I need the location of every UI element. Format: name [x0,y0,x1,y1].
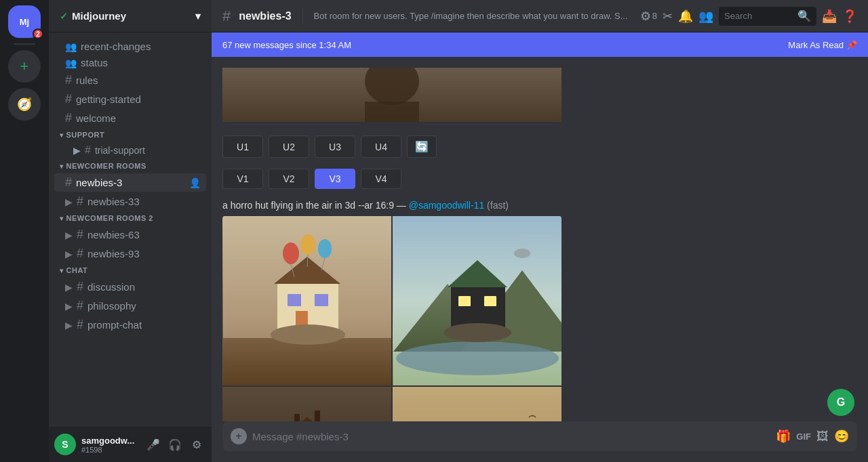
flying-hut-1 [223,216,391,385]
inbox-icon[interactable]: 📥 [822,9,837,24]
members-list-icon[interactable]: 👥 [698,9,713,24]
server-checkmark: ✓ [60,11,68,22]
group-icon: ▶ [65,230,73,240]
channel-name: status [81,57,108,68]
gift-icon[interactable]: 🎁 [776,429,791,444]
channel-item-status[interactable]: 👥 status [54,55,206,70]
server-header[interactable]: ✓ Midjourney ▾ [49,0,212,33]
bell-icon[interactable]: 🔔 [678,9,693,24]
explore-button[interactable]: 🧭 [8,88,41,121]
channel-item-prompt-chat[interactable]: ▶ # prompt-chat [54,316,206,334]
channel-item-newbies-93[interactable]: ▶ # newbies-93 [54,245,206,263]
channel-item-philosophy[interactable]: ▶ # philosophy [54,297,206,315]
hash-icon: # [77,318,83,332]
channel-item-rules[interactable]: # rules [54,71,206,89]
search-icon: 🔍 [797,9,811,22]
partial-top-image [222,68,857,125]
help-icon[interactable]: ❓ [842,9,857,24]
mark-as-read-button[interactable]: Mark As Read 📌 [788,40,857,50]
channel-header: # newbies-3 Bot room for new users. Type… [212,0,868,33]
category-newcomer-rooms[interactable]: ▾ NEWCOMER ROOMS [49,159,212,173]
midjourney-server-icon[interactable]: Mj 2 [8,5,41,38]
category-label: NEWCOMER ROOMS [66,162,146,170]
flying-hut-4 [393,387,561,421]
u3-button-1[interactable]: U3 [315,135,355,158]
add-file-button[interactable]: + [231,428,247,444]
channel-name: newbies-3 [76,177,122,188]
category-newcomer-rooms-2[interactable]: ▾ NEWCOMER ROOMS 2 [49,211,212,225]
message-input: + Message #newbies-3 🎁 GIF 🖼 😊 [222,421,857,451]
channel-name: philosophy [87,300,136,312]
svg-point-25 [443,323,511,342]
emoji-icon[interactable]: 😊 [834,429,849,444]
channel-item-discussion[interactable]: ▶ # discussion [54,278,206,296]
v1-button-1[interactable]: V1 [222,169,263,189]
slash-icon[interactable]: ✂ [663,9,673,24]
group-icon: ▶ [65,196,73,207]
svg-rect-27 [223,387,391,421]
category-support[interactable]: ▾ SUPPORT [49,128,212,142]
u2-button-1[interactable]: U2 [269,135,309,158]
message-prompt: a horro hut flying in the air in 3d --ar… [222,200,857,211]
search-placeholder: Search [724,11,795,21]
hash-icon: # [65,111,72,125]
channel-name: prompt-chat [87,319,142,331]
hash-icon: # [65,175,72,190]
channel-item-newbies-63[interactable]: ▶ # newbies-63 [54,226,206,244]
v3-button-1[interactable]: V3 [315,169,355,189]
user-id-label: #1598 [81,446,138,454]
svg-rect-24 [484,296,496,306]
u1-button-1[interactable]: U1 [222,135,263,158]
message-input-placeholder[interactable]: Message #newbies-3 [252,431,770,442]
members-icon[interactable]: ⚙ 8 [640,9,657,24]
group-icon: 👥 [65,41,77,52]
microphone-button[interactable]: 🎤 [144,435,163,454]
chevron-down-icon: ▾ [60,267,64,274]
channel-item-trial-support[interactable]: ▶ # trial-support [54,142,206,159]
chevron-down-icon: ▾ [60,215,64,222]
image-grid-flying-hut [222,216,561,421]
sticker-icon[interactable]: 🖼 [816,429,829,444]
add-server-button[interactable]: + [8,50,41,83]
channel-item-newbies-3[interactable]: # newbies-3 👤 [54,173,206,192]
channel-description: Bot room for new users. Type /imagine th… [314,11,632,21]
user-avatar[interactable]: S [54,434,76,455]
header-divider [302,8,303,24]
dropdown-arrow-icon: ▾ [195,10,201,22]
channel-name: discussion [87,281,135,293]
channel-hash-icon: # [222,7,231,25]
channel-item-newbies-33[interactable]: ▶ # newbies-33 [54,192,206,211]
svg-point-15 [300,234,315,255]
v4-button-1[interactable]: V4 [361,169,401,189]
channel-name: newbies-33 [87,196,140,207]
channel-name: recent-changes [81,41,151,52]
prompt-text: a horro hut flying in the air in 3d --ar… [222,200,394,211]
user-controls: 🎤 🎧 ⚙ [144,435,206,454]
pin-icon: 📌 [846,40,857,50]
category-chat[interactable]: ▾ CHAT [49,264,212,277]
channel-header-name: newbies-3 [239,10,291,22]
channel-item-welcome[interactable]: # welcome [54,109,206,127]
svg-point-26 [514,249,530,258]
gif-icon[interactable]: GIF [796,432,811,442]
category-label: SUPPORT [66,131,105,139]
channel-item-getting-started[interactable]: # getting-started [54,90,206,108]
channel-list: 👥 recent-changes 👥 status # rules # gett… [49,33,212,427]
notification-badge: 2 [33,28,43,39]
new-messages-text: 67 new messages since 1:34 AM [222,40,351,50]
channel-name: getting-started [76,93,141,105]
image-cell-1 [222,216,391,385]
v2-button-1[interactable]: V2 [269,169,309,189]
main-content: # newbies-3 Bot room for new users. Type… [212,0,868,462]
message-username[interactable]: @samgoodwill-11 [409,200,484,211]
headphones-button[interactable]: 🎧 [165,435,184,454]
refresh-button-1[interactable]: 🔄 [407,135,437,158]
server-divider [14,43,35,45]
u4-button-1[interactable]: U4 [361,135,401,158]
channel-item-recent-changes[interactable]: 👥 recent-changes [54,39,206,54]
search-bar[interactable]: Search 🔍 [719,7,816,26]
settings-button[interactable]: ⚙ [187,435,206,454]
hash-icon: # [77,194,83,209]
category-label: CHAT [66,266,88,274]
corner-avatar[interactable]: G [827,389,854,416]
